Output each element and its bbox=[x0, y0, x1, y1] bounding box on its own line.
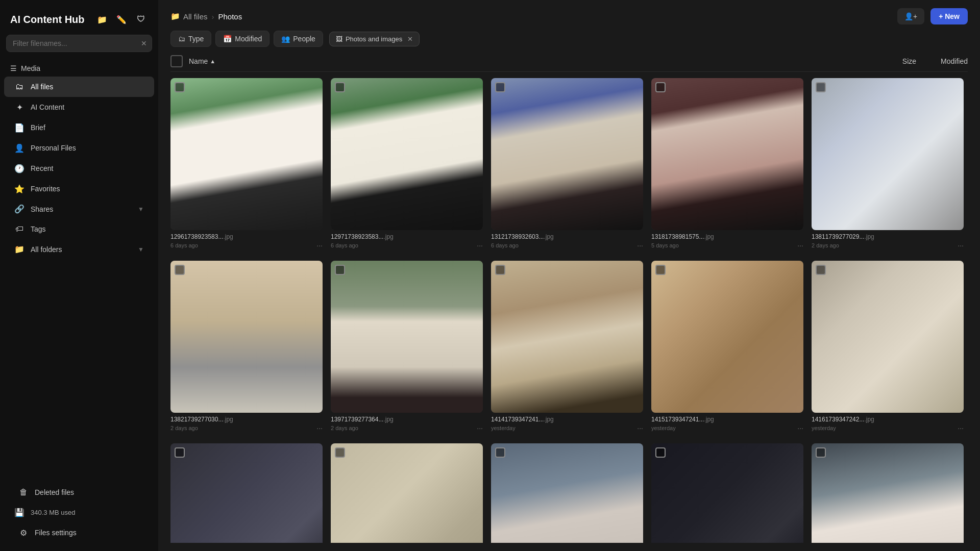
image-ext: .jpg bbox=[544, 416, 553, 423]
image-card[interactable]: 13181738981575....jpg 5 days ago ··· bbox=[651, 78, 803, 253]
deleted-files-label: Deleted files bbox=[35, 488, 74, 496]
image-more-button[interactable]: ··· bbox=[316, 424, 323, 432]
name-column-header[interactable]: Name ▲ bbox=[189, 57, 215, 65]
sidebar-item-all-files[interactable]: 🗂 All files bbox=[4, 77, 154, 97]
image-checkbox[interactable] bbox=[655, 82, 666, 92]
image-more-button[interactable]: ··· bbox=[477, 424, 483, 432]
table-header: Name ▲ Size Modified bbox=[170, 51, 968, 72]
image-card[interactable]: 14201739347246....jpg yesterday ··· bbox=[651, 443, 803, 543]
media-section-header[interactable]: ☰ Media bbox=[0, 60, 158, 77]
image-ext: .jpg bbox=[223, 416, 233, 423]
image-more-button[interactable]: ··· bbox=[477, 241, 483, 249]
image-card[interactable]: 13821739277030....jpg 2 days ago ··· bbox=[170, 261, 323, 435]
image-thumbnail bbox=[651, 78, 803, 230]
image-preview bbox=[812, 443, 964, 543]
sidebar-item-files-settings[interactable]: ⚙ Files settings bbox=[8, 522, 150, 543]
image-checkbox[interactable] bbox=[335, 265, 345, 275]
image-more-button[interactable]: ··· bbox=[637, 241, 643, 249]
image-card[interactable]: 14141739347241....jpg yesterday ··· bbox=[491, 261, 643, 435]
image-more-button[interactable]: ··· bbox=[797, 241, 803, 249]
sidebar-item-all-folders[interactable]: 📁 All folders ▼ bbox=[4, 239, 154, 259]
image-more-button[interactable]: ··· bbox=[316, 241, 323, 249]
image-thumbnail bbox=[331, 78, 483, 230]
image-ext: .jpg bbox=[864, 416, 874, 423]
sidebar-item-deleted-files[interactable]: 🗑 Deleted files bbox=[8, 482, 150, 503]
size-column-header: Size bbox=[902, 57, 916, 65]
sidebar-item-tags[interactable]: 🏷 Tags bbox=[4, 219, 154, 239]
image-checkbox[interactable] bbox=[495, 447, 505, 458]
recent-icon: 🕐 bbox=[14, 163, 24, 173]
image-checkbox[interactable] bbox=[335, 82, 345, 92]
sidebar: AI Content Hub 📁 ✏️ 🛡 ✕ ☰ Media 🗂 All fi… bbox=[0, 0, 158, 551]
image-checkbox[interactable] bbox=[335, 447, 345, 458]
storage-icon: 💾 bbox=[14, 508, 24, 517]
image-more-button[interactable]: ··· bbox=[958, 424, 964, 432]
image-card[interactable]: 14151739347241....jpg yesterday ··· bbox=[651, 261, 803, 435]
breadcrumb-current-label: Photos bbox=[218, 12, 242, 21]
image-checkbox[interactable] bbox=[816, 265, 826, 275]
image-ext: .jpg bbox=[544, 233, 553, 240]
image-info: 14141739347241....jpg yesterday ··· bbox=[491, 413, 643, 435]
image-checkbox[interactable] bbox=[175, 265, 185, 275]
sidebar-item-brief[interactable]: 📄 Brief bbox=[4, 117, 154, 138]
image-thumbnail bbox=[170, 443, 323, 543]
sidebar-item-label: All files bbox=[31, 83, 53, 91]
new-button[interactable]: + New bbox=[930, 8, 968, 24]
image-checkbox[interactable] bbox=[495, 265, 505, 275]
image-preview bbox=[651, 443, 803, 543]
folder-icon[interactable]: 📁 bbox=[95, 12, 109, 27]
settings-icon: ⚙ bbox=[18, 528, 29, 538]
search-input[interactable] bbox=[6, 35, 152, 52]
image-card[interactable]: 14211739347247....jpg yesterday ··· bbox=[812, 443, 964, 543]
sidebar-item-label: AI Content bbox=[31, 103, 64, 111]
sidebar-item-recent[interactable]: 🕐 Recent bbox=[4, 158, 154, 179]
personal-files-icon: 👤 bbox=[14, 143, 24, 153]
image-checkbox[interactable] bbox=[175, 82, 185, 92]
image-info: 13971739277364....jpg 2 days ago ··· bbox=[331, 413, 483, 435]
image-card[interactable]: 14181739347244....jpg yesterday ··· bbox=[331, 443, 483, 543]
edit-icon[interactable]: ✏️ bbox=[114, 12, 129, 27]
select-all-checkbox[interactable] bbox=[170, 55, 183, 67]
active-filter-close-icon[interactable]: ✕ bbox=[407, 35, 413, 43]
image-checkbox[interactable] bbox=[655, 265, 666, 275]
image-more-button[interactable]: ··· bbox=[637, 424, 643, 432]
image-card[interactable]: 12971738923583....jpg 6 days ago ··· bbox=[331, 78, 483, 253]
image-more-button[interactable]: ··· bbox=[797, 424, 803, 432]
breadcrumb-all-files[interactable]: 📁 All files bbox=[170, 12, 208, 21]
image-card[interactable]: 14171739347243....jpg yesterday ··· bbox=[170, 443, 323, 543]
hamburger-icon: ☰ bbox=[10, 64, 17, 72]
image-checkbox[interactable] bbox=[816, 447, 826, 458]
image-card[interactable]: 12961738923583....jpg 6 days ago ··· bbox=[170, 78, 323, 253]
image-checkbox[interactable] bbox=[495, 82, 505, 92]
breadcrumb-separator: › bbox=[212, 12, 214, 21]
sidebar-item-favorites[interactable]: ⭐ Favorites bbox=[4, 179, 154, 199]
search-box: ✕ bbox=[6, 35, 152, 52]
image-filename-base: 13971739277364... bbox=[331, 416, 383, 423]
image-checkbox[interactable] bbox=[175, 447, 185, 458]
sidebar-item-shares[interactable]: 🔗 Shares ▼ bbox=[4, 199, 154, 219]
image-filename: 13121738932603....jpg bbox=[491, 233, 643, 240]
image-grid: 12961738923583....jpg 6 days ago ··· 129… bbox=[170, 78, 968, 543]
image-ext: .jpg bbox=[383, 233, 393, 240]
image-card[interactable]: 13811739277029....jpg 2 days ago ··· bbox=[812, 78, 964, 253]
image-date: yesterday bbox=[812, 425, 836, 431]
sidebar-item-personal-files[interactable]: 👤 Personal Files bbox=[4, 138, 154, 158]
search-clear-icon[interactable]: ✕ bbox=[141, 39, 147, 47]
type-filter-icon: 🗂 bbox=[178, 35, 185, 43]
people-filter-button[interactable]: 👥 People bbox=[274, 31, 323, 47]
image-card[interactable]: 14161739347242....jpg yesterday ··· bbox=[812, 261, 964, 435]
share-button[interactable]: 👤+ bbox=[897, 8, 924, 24]
image-more-button[interactable]: ··· bbox=[958, 241, 964, 249]
image-checkbox[interactable] bbox=[655, 447, 666, 458]
sidebar-item-ai-content[interactable]: ✦ AI Content bbox=[4, 97, 154, 117]
image-filename-base: 13181738981575... bbox=[651, 233, 704, 240]
image-card[interactable]: 13121738932603....jpg 6 days ago ··· bbox=[491, 78, 643, 253]
image-card[interactable]: 14191739347245....jpg yesterday ··· bbox=[491, 443, 643, 543]
shield-icon[interactable]: 🛡 bbox=[134, 12, 148, 27]
app-title: AI Content Hub bbox=[10, 14, 85, 26]
image-checkbox[interactable] bbox=[816, 82, 826, 92]
image-card[interactable]: 13971739277364....jpg 2 days ago ··· bbox=[331, 261, 483, 435]
type-filter-button[interactable]: 🗂 Type bbox=[170, 31, 211, 47]
image-info: 13181738981575....jpg 5 days ago ··· bbox=[651, 230, 803, 253]
modified-filter-button[interactable]: 📅 Modified bbox=[215, 31, 270, 47]
